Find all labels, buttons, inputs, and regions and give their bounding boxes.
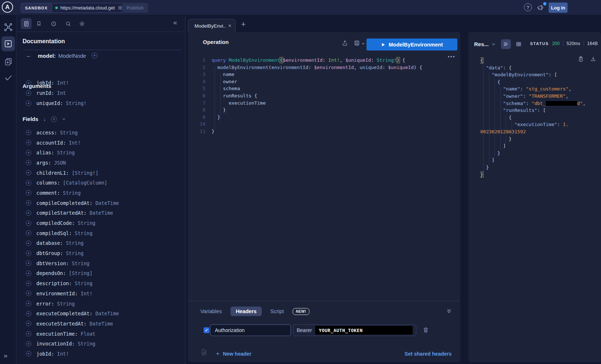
editor-more-options-icon[interactable]	[448, 56, 454, 57]
new-tab-button[interactable]: +	[241, 20, 246, 29]
tab-headers[interactable]: Headers	[231, 307, 261, 316]
add-field-icon[interactable]: +	[26, 150, 31, 155]
add-field-icon[interactable]: +	[26, 351, 31, 356]
field-row[interactable]: +runId:Int	[16, 88, 185, 98]
tab-script[interactable]: Script	[271, 308, 284, 314]
add-field-icon[interactable]: +	[26, 311, 31, 316]
header-enabled-checkbox[interactable]: ✓	[204, 327, 209, 333]
explorer-tab-active[interactable]	[1, 36, 15, 51]
field-row[interactable]: +compiledCode:String	[16, 218, 185, 228]
field-row[interactable]: +compileStartedAt:DateTime	[16, 208, 185, 218]
add-field-icon[interactable]: +	[26, 230, 31, 236]
expand-rail-icon[interactable]: »	[4, 352, 8, 359]
add-field-icon[interactable]: +	[26, 160, 31, 165]
field-row[interactable]: +compileCompletedAt:DateTime	[16, 198, 185, 208]
add-all-fields-icon[interactable]: +	[51, 116, 57, 122]
add-field-icon[interactable]: +	[26, 101, 31, 106]
response-dropdown-chevron-icon[interactable]	[492, 42, 496, 46]
field-row[interactable]: +uniqueId:String!	[16, 98, 185, 108]
field-row[interactable]: +description:String	[16, 278, 185, 288]
add-field-icon[interactable]: +	[26, 240, 31, 246]
breadcrumb-type[interactable]: ModelNode	[58, 53, 86, 59]
add-field-icon[interactable]: +	[26, 130, 31, 135]
apollo-logo[interactable]: A	[2, 1, 13, 13]
close-tab-icon[interactable]: ✕	[228, 23, 232, 28]
add-field-icon[interactable]: +	[26, 271, 31, 276]
field-row[interactable]: +environmentId:Int!	[16, 288, 185, 299]
field-row[interactable]: +error:String	[16, 299, 185, 309]
table-view-toggle[interactable]	[516, 41, 522, 47]
graph-icon[interactable]	[4, 23, 13, 32]
chevron-down-icon[interactable]	[62, 117, 66, 121]
documentation-tab-icon[interactable]	[21, 18, 32, 29]
set-shared-headers-link[interactable]: Set shared headers	[405, 351, 452, 357]
checklist-icon[interactable]	[4, 73, 13, 82]
field-row[interactable]: +jobId:Int!	[16, 349, 185, 359]
header-name-input[interactable]	[210, 324, 291, 336]
back-arrow-icon[interactable]: ←	[26, 53, 32, 58]
bookmark-icon[interactable]	[36, 21, 42, 27]
add-field-icon[interactable]: +	[26, 190, 31, 195]
field-row[interactable]: +dependsOn:[String]	[16, 268, 185, 279]
auth-token-value[interactable]: YOUR_AUTH_TOKEN	[315, 326, 413, 335]
search-icon[interactable]	[65, 21, 71, 27]
add-type-icon[interactable]: +	[92, 53, 97, 58]
add-field-icon[interactable]: +	[26, 170, 31, 175]
field-row[interactable]: +jobId:Int!	[16, 78, 185, 88]
field-row[interactable]: +executionTime:Float	[16, 329, 185, 339]
operation-editor[interactable]: 1query ModelByEnvironment($environmentId…	[193, 53, 457, 304]
add-field-icon[interactable]: +	[26, 260, 31, 266]
field-row[interactable]: +dbtGroup:String	[16, 248, 185, 258]
add-field-icon[interactable]: +	[26, 341, 31, 347]
operation-tab[interactable]: ModelByEnvi... ✕	[188, 19, 236, 32]
field-row[interactable]: +access:String	[16, 128, 185, 138]
field-row[interactable]: +compiledSql:String	[16, 228, 185, 238]
field-row[interactable]: +args:JSON	[16, 158, 185, 168]
field-row[interactable]: +comment:String	[16, 188, 185, 198]
help-icon[interactable]: ?	[524, 3, 532, 11]
collapse-panel-icon[interactable]: «	[173, 19, 177, 27]
field-row[interactable]: +executeCompletedAt:DateTime	[16, 308, 185, 319]
add-field-icon[interactable]: +	[26, 221, 31, 226]
header-value-field[interactable]: Bearer YOUR_AUTH_TOKEN	[293, 324, 416, 336]
publish-button[interactable]: Publish	[122, 3, 148, 13]
field-row[interactable]: +childrenL1:[String!]	[16, 168, 185, 178]
field-row[interactable]: +invocationId:String	[16, 339, 185, 349]
login-button[interactable]: Log in	[549, 3, 568, 13]
field-row[interactable]: +alias:String	[16, 147, 185, 158]
add-field-icon[interactable]: +	[26, 321, 31, 326]
schema-diff-icon[interactable]	[4, 57, 13, 66]
add-field-icon[interactable]: +	[26, 331, 31, 336]
share-icon[interactable]	[342, 40, 348, 46]
field-row[interactable]: +accountId:Int!	[16, 138, 185, 148]
field-row[interactable]: +columns:[CatalogColumn]	[16, 178, 185, 188]
add-field-icon[interactable]: +	[26, 180, 31, 186]
add-field-icon[interactable]: +	[26, 80, 31, 86]
add-field-icon[interactable]: +	[26, 291, 31, 296]
field-row[interactable]: +executeStartedAt:DateTime	[16, 319, 185, 329]
add-field-icon[interactable]: +	[26, 90, 31, 96]
save-icon[interactable]	[354, 40, 360, 46]
response-body[interactable]: { "data": { "modelByEnvironment": [ { "n…	[480, 54, 600, 361]
response-title[interactable]: Res...	[474, 41, 489, 47]
raw-view-toggle-active[interactable]	[501, 39, 511, 49]
add-field-icon[interactable]: +	[26, 281, 31, 286]
collapse-section-icon[interactable]	[446, 308, 452, 314]
new-header-button[interactable]: + New header	[216, 350, 252, 357]
tab-variables[interactable]: Variables	[200, 308, 222, 314]
field-row[interactable]: +dbtVersion:String	[16, 258, 185, 268]
add-field-icon[interactable]: +	[26, 251, 31, 256]
field-row[interactable]: +database:String	[16, 238, 185, 248]
endpoint-url-container[interactable]: https://metadata.cloud.get	[52, 3, 126, 12]
add-field-icon[interactable]: +	[26, 301, 31, 306]
settings-gear-icon[interactable]	[79, 21, 85, 27]
add-field-icon[interactable]: +	[26, 200, 31, 206]
add-field-icon[interactable]: +	[26, 210, 31, 216]
inherited-headers-icon[interactable]	[200, 349, 207, 356]
history-icon[interactable]	[51, 21, 57, 27]
delete-header-icon[interactable]	[422, 327, 429, 333]
run-operation-button[interactable]: ModelByEnvironment	[366, 39, 457, 50]
endpoint-url[interactable]: https://metadata.cloud.get	[60, 5, 115, 11]
add-field-icon[interactable]: +	[26, 140, 31, 145]
save-dropdown-chevron-icon[interactable]	[361, 42, 365, 45]
